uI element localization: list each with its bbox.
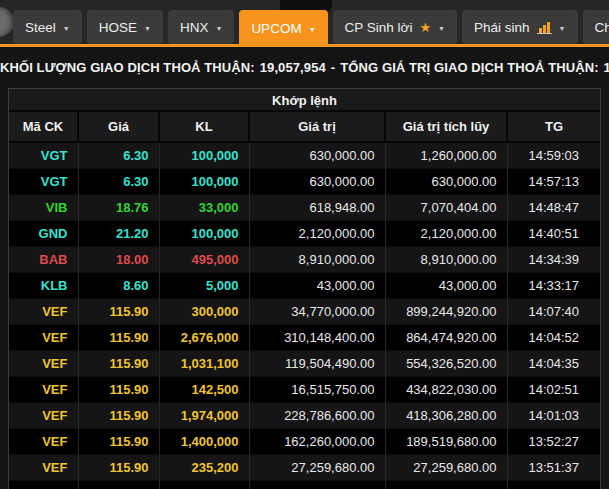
volume-cell: 142,500 bbox=[159, 376, 249, 402]
tab-hose[interactable]: HOSE▼ bbox=[87, 10, 163, 44]
price-cell: 115.90 bbox=[78, 298, 159, 324]
time-cell: 14:04:35 bbox=[507, 350, 600, 376]
cumulative-value-cell: 43,000.00 bbox=[385, 272, 507, 298]
value-cell: 119,504,490.00 bbox=[249, 350, 385, 376]
empty-cell bbox=[78, 480, 159, 489]
price-cell: 115.90 bbox=[78, 324, 159, 350]
table-row[interactable]: VIB18.7633,000618,948.007,070,404.0014:4… bbox=[9, 194, 600, 220]
col-header-volume: KL bbox=[159, 112, 249, 142]
symbol-cell: VEF bbox=[9, 428, 78, 454]
tab-steel[interactable]: Steel▼ bbox=[13, 10, 82, 44]
volume-cell: 1,974,000 bbox=[159, 402, 249, 428]
chevron-down-icon: ▼ bbox=[309, 24, 316, 33]
table-row[interactable]: VEF115.90300,00034,770,000.00899,244,920… bbox=[9, 298, 600, 324]
price-cell: 21.20 bbox=[78, 220, 159, 246]
tab-label: Phái sinh bbox=[474, 20, 530, 35]
col-header-value: Giá trị bbox=[249, 112, 385, 142]
table-row[interactable]: VEF115.90235,20027,259,680.0027,259,680.… bbox=[9, 454, 600, 480]
value-cell: 630,000.00 bbox=[249, 142, 385, 168]
price-cell: 115.90 bbox=[78, 454, 159, 480]
symbol-cell: KLB bbox=[9, 272, 78, 298]
empty-cell bbox=[9, 480, 78, 489]
volume-cell: 5,000 bbox=[159, 272, 249, 298]
chevron-down-icon: ▼ bbox=[438, 23, 445, 32]
volume-cell: 100,000 bbox=[159, 220, 249, 246]
time-cell: 14:40:51 bbox=[507, 220, 600, 246]
cumulative-value-cell: 434,822,030.00 bbox=[385, 376, 507, 402]
value-cell: 8,910,000.00 bbox=[249, 246, 385, 272]
time-cell: 14:34:39 bbox=[507, 246, 600, 272]
chevron-down-icon: ▼ bbox=[559, 23, 566, 32]
value-cell: 16,515,750.00 bbox=[249, 376, 385, 402]
col-header-cumulative-value: Giá trị tích lũy bbox=[385, 112, 507, 142]
symbol-cell: VIB bbox=[9, 194, 78, 220]
tab-label: Steel bbox=[25, 20, 56, 35]
tab-upcom[interactable]: UPCOM▼ bbox=[239, 10, 327, 47]
table-row[interactable]: VEF115.90142,50016,515,750.00434,822,030… bbox=[9, 376, 600, 402]
empty-cell bbox=[507, 480, 600, 489]
symbol-cell: VEF bbox=[9, 350, 78, 376]
value-cell: 34,770,000.00 bbox=[249, 298, 385, 324]
table-row[interactable]: VEF115.901,400,000162,260,000.00189,519,… bbox=[9, 428, 600, 454]
table-row[interactable]: GND21.20100,0002,120,000.002,120,000.001… bbox=[9, 220, 600, 246]
value-cell: 618,948.00 bbox=[249, 194, 385, 220]
floating-widget-handle[interactable] bbox=[0, 7, 14, 37]
empty-cell bbox=[249, 480, 385, 489]
tab-hnx[interactable]: HNX▼ bbox=[168, 10, 234, 44]
top-tab-bar: Steel▼HOSE▼HNX▼UPCOM▼CP Sinh lời★▼Phái s… bbox=[0, 0, 609, 47]
table-row[interactable]: VEF115.901,974,000228,786,600.00418,306,… bbox=[9, 402, 600, 428]
total-value-value: 1,248,877,85 bbox=[604, 60, 609, 75]
tab-cp-sinh-lời[interactable]: CP Sinh lời★▼ bbox=[333, 10, 457, 44]
volume-cell: 1,031,100 bbox=[159, 350, 249, 376]
tab-phái-sinh[interactable]: Phái sinh▼ bbox=[462, 10, 577, 44]
time-cell: 13:51:37 bbox=[507, 454, 600, 480]
volume-cell: 1,400,000 bbox=[159, 428, 249, 454]
time-cell: 14:02:51 bbox=[507, 376, 600, 402]
volume-cell: 2,676,000 bbox=[159, 324, 249, 350]
tab-chứ[interactable]: Chứ bbox=[583, 10, 609, 44]
table-row[interactable]: VGT6.30100,000630,000.00630,000.0014:57:… bbox=[9, 168, 600, 194]
price-cell: 115.90 bbox=[78, 402, 159, 428]
star-icon: ★ bbox=[419, 20, 431, 35]
price-cell: 6.30 bbox=[78, 142, 159, 168]
table-row[interactable]: BAB18.00495,0008,910,000.008,910,000.001… bbox=[9, 246, 600, 272]
market-tabs: Steel▼HOSE▼HNX▼UPCOM▼CP Sinh lời★▼Phái s… bbox=[13, 10, 609, 47]
table-row[interactable]: VEF115.902,676,000310,148,400.00864,474,… bbox=[9, 324, 600, 350]
cumulative-value-cell: 8,910,000.00 bbox=[385, 246, 507, 272]
chevron-down-icon: ▼ bbox=[215, 23, 222, 32]
value-cell: 228,786,600.00 bbox=[249, 402, 385, 428]
table-title: Khớp lệnh bbox=[9, 89, 600, 112]
volume-cell: 235,200 bbox=[159, 454, 249, 480]
cumulative-value-cell: 554,326,520.00 bbox=[385, 350, 507, 376]
cumulative-value-cell: 1,260,000.00 bbox=[385, 142, 507, 168]
chevron-down-icon: ▼ bbox=[63, 23, 70, 32]
deal-summary-ticker: KHỐI LƯỢNG GIAO DỊCH THOẢ THUẬN: 19,057,… bbox=[0, 47, 609, 88]
symbol-cell: GND bbox=[9, 220, 78, 246]
tab-label: UPCOM bbox=[251, 21, 301, 36]
cumulative-value-cell: 2,120,000.00 bbox=[385, 220, 507, 246]
volume-cell: 495,000 bbox=[159, 246, 249, 272]
tab-label: HOSE bbox=[99, 20, 137, 35]
price-cell: 115.90 bbox=[78, 428, 159, 454]
table-header: Mã CK Giá KL Giá trị Giá trị tích lũy TG bbox=[9, 112, 600, 142]
cumulative-value-cell: 630,000.00 bbox=[385, 168, 507, 194]
symbol-cell: VEF bbox=[9, 402, 78, 428]
table-row[interactable]: VEF115.901,031,100119,504,490.00554,326,… bbox=[9, 350, 600, 376]
empty-cell bbox=[385, 480, 507, 489]
table-row[interactable]: VGT6.30100,000630,000.001,260,000.0014:5… bbox=[9, 142, 600, 168]
symbol-cell: VEF bbox=[9, 454, 78, 480]
col-header-price: Giá bbox=[78, 112, 159, 142]
matched-orders-table: Khớp lệnh Mã CK Giá KL Giá trị Giá trị t… bbox=[8, 88, 601, 489]
total-value-label: TỔNG GIÁ TRỊ GIAO DỊCH THOẢ THUẬN: bbox=[340, 60, 598, 75]
ticker-separator: - bbox=[331, 60, 335, 75]
value-cell: 2,120,000.00 bbox=[249, 220, 385, 246]
cumulative-value-cell: 189,519,680.00 bbox=[385, 428, 507, 454]
volume-cell: 100,000 bbox=[159, 168, 249, 194]
table-row[interactable]: KLB8.605,00043,000.0043,000.0014:33:17 bbox=[9, 272, 600, 298]
volume-cell: 300,000 bbox=[159, 298, 249, 324]
cumulative-value-cell: 864,474,920.00 bbox=[385, 324, 507, 350]
bar-chart-icon bbox=[537, 21, 552, 34]
symbol-cell: VEF bbox=[9, 298, 78, 324]
col-header-symbol: Mã CK bbox=[9, 112, 78, 142]
symbol-cell: BAB bbox=[9, 246, 78, 272]
